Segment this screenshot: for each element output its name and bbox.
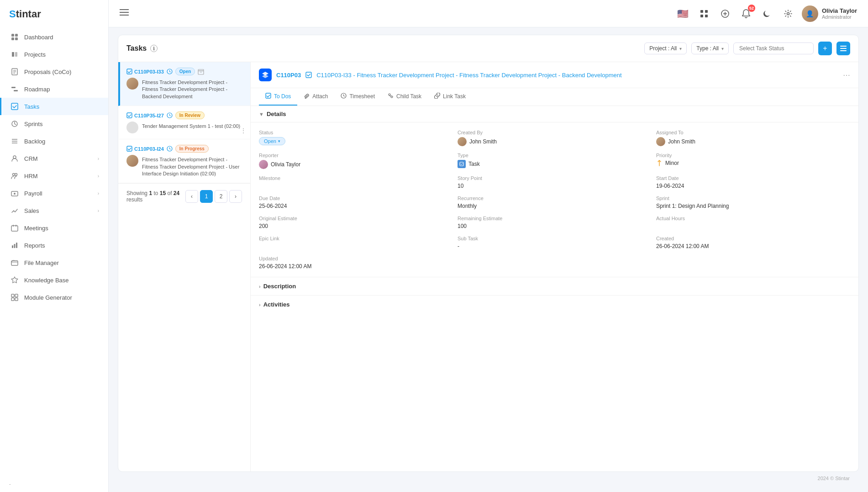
file-manager-icon [11, 259, 19, 267]
table-row[interactable]: C110P03-I33 Open Fitness Tracker Develop… [118, 62, 250, 106]
task-avatar [126, 122, 138, 133]
tasks-panel: Tasks ℹ Project : All ▾ Type : All ▾ + [118, 35, 859, 472]
prev-page-button[interactable]: ‹ [185, 190, 198, 203]
table-row[interactable]: C110P35-I27 In Review Tender Management … [118, 106, 250, 139]
sidebar-item-hrm[interactable]: HRM › [0, 167, 108, 185]
clock-icon [167, 69, 173, 74]
page-1-button[interactable]: 1 [200, 190, 213, 203]
start-date-value: 19-06-2024 [656, 183, 850, 189]
svg-rect-31 [11, 298, 14, 301]
notification-button[interactable]: 52 [739, 6, 753, 21]
task-description: Fitness Tracker Development Project - Fi… [142, 79, 244, 100]
status-field: Status Open ▾ [259, 130, 453, 146]
detail-check-icon [305, 72, 312, 78]
dashboard-icon [11, 33, 19, 41]
status-label: Status [259, 130, 453, 135]
type-filter[interactable]: Type : All ▾ [691, 42, 729, 54]
menu-toggle-button[interactable] [120, 9, 129, 18]
story-point-value: 10 [458, 183, 652, 189]
page-footer: 2024 © Stintar [118, 472, 859, 485]
tab-link-task[interactable]: Link Task [428, 88, 472, 106]
page-content: Tasks ℹ Project : All ▾ Type : All ▾ + [109, 27, 868, 492]
sidebar-item-tasks[interactable]: Tasks [0, 98, 108, 115]
svg-rect-26 [14, 244, 16, 248]
svg-rect-29 [11, 294, 14, 297]
sidebar-item-backlog[interactable]: Backlog [0, 132, 108, 150]
add-icon[interactable] [718, 6, 732, 21]
todos-tab-label: To Dos [274, 93, 291, 100]
sidebar-item-file-manager[interactable]: File Manager [0, 254, 108, 271]
sidebar-item-roadmap[interactable]: Roadmap [0, 80, 108, 98]
backlog-icon [11, 137, 19, 145]
svg-rect-0 [11, 34, 14, 37]
original-estimate-field: Original Estimate 200 [259, 216, 453, 229]
activities-section-header[interactable]: › Activities [251, 296, 858, 313]
sidebar-item-label: Sprints [24, 121, 42, 127]
description-chevron-icon: › [259, 284, 261, 289]
module-generator-icon [11, 293, 19, 302]
user-avatar: 👤 [802, 5, 818, 22]
tasks-panel-header: Tasks ℹ Project : All ▾ Type : All ▾ + [118, 35, 858, 62]
svg-rect-32 [15, 298, 18, 301]
svg-rect-56 [306, 72, 311, 78]
sidebar-item-sales[interactable]: Sales › [0, 202, 108, 219]
sidebar-item-reports[interactable]: Reports [0, 237, 108, 254]
sidebar-item-crm[interactable]: CRM › [0, 150, 108, 167]
sidebar-item-module-generator[interactable]: Module Generator [0, 289, 108, 306]
page-2-button[interactable]: 2 [215, 190, 227, 203]
next-page-button[interactable]: › [229, 190, 242, 203]
details-grid: Status Open ▾ Created By [259, 130, 850, 270]
grid-icon[interactable] [697, 6, 711, 21]
sub-task-value: - [458, 243, 652, 249]
task-menu-dots-icon[interactable]: ⋮ [240, 127, 247, 134]
table-row[interactable]: C110P03-I24 In Progress Fitness Tracker … [118, 139, 250, 183]
tab-child-task[interactable]: Child Task [381, 88, 428, 106]
detail-menu-button[interactable]: ⋯ [843, 71, 850, 79]
task-id: C110P03-I33 [126, 69, 164, 74]
detail-task-title: C110P03-I33 - Fitness Tracker Developmen… [316, 72, 838, 79]
svg-rect-12 [11, 103, 18, 110]
tab-timesheet[interactable]: Timesheet [334, 88, 381, 106]
sidebar-item-label: Roadmap [24, 86, 50, 93]
flag-icon[interactable]: 🇺🇸 [676, 6, 690, 21]
timesheet-tab-icon [341, 93, 347, 100]
sidebar-item-proposals[interactable]: Proposals (CoCo) [0, 63, 108, 80]
type-label: Type [458, 153, 652, 158]
sidebar-item-label: Proposals (CoCo) [24, 69, 71, 75]
user-menu[interactable]: 👤 Olivia Taylor Administrator [802, 5, 857, 22]
created-label: Created [656, 236, 850, 241]
tab-attach[interactable]: Attach [297, 88, 334, 106]
status-chevron-icon: ▾ [278, 139, 280, 143]
dark-mode-icon[interactable] [760, 6, 774, 21]
sidebar-item-knowledge-base[interactable]: Knowledge Base [0, 271, 108, 289]
user-details: Olivia Taylor Administrator [822, 7, 857, 20]
sprint-label: Sprint [656, 196, 850, 201]
svg-rect-45 [840, 48, 847, 49]
tab-todos[interactable]: To Dos [259, 88, 297, 106]
created-by-avatar [458, 137, 467, 146]
sidebar-item-payroll[interactable]: Payroll › [0, 185, 108, 202]
user-role: Administrator [822, 14, 857, 20]
sidebar-item-dashboard[interactable]: Dashboard [0, 28, 108, 46]
dropbox-icon [259, 69, 272, 81]
add-task-button[interactable]: + [818, 42, 832, 55]
details-section-header[interactable]: ▼ Details [251, 106, 858, 122]
project-filter[interactable]: Project : All ▾ [644, 42, 687, 54]
list-view-button[interactable] [836, 42, 850, 55]
updated-value: 26-06-2024 12:00 AM [259, 263, 453, 270]
sidebar-item-label: HRM [24, 173, 38, 180]
remaining-estimate-field: Remaining Estimate 100 [458, 216, 652, 229]
sidebar-item-label: CRM [24, 155, 38, 162]
created-by-value: John Smith [458, 137, 652, 146]
status-search-input[interactable] [733, 42, 814, 54]
settings-icon[interactable] [781, 6, 795, 21]
svg-rect-4 [12, 52, 14, 57]
sidebar-item-meetings[interactable]: Meetings [0, 219, 108, 237]
description-section-header[interactable]: › Description [251, 277, 858, 295]
status-open-badge[interactable]: Open ▾ [259, 137, 285, 145]
svg-rect-44 [840, 46, 847, 47]
sidebar-item-sprints[interactable]: Sprints [0, 115, 108, 132]
notification-count: 52 [748, 5, 755, 12]
sidebar-item-projects[interactable]: Projects [0, 46, 108, 63]
task-id: C110P35-I27 [126, 112, 164, 118]
